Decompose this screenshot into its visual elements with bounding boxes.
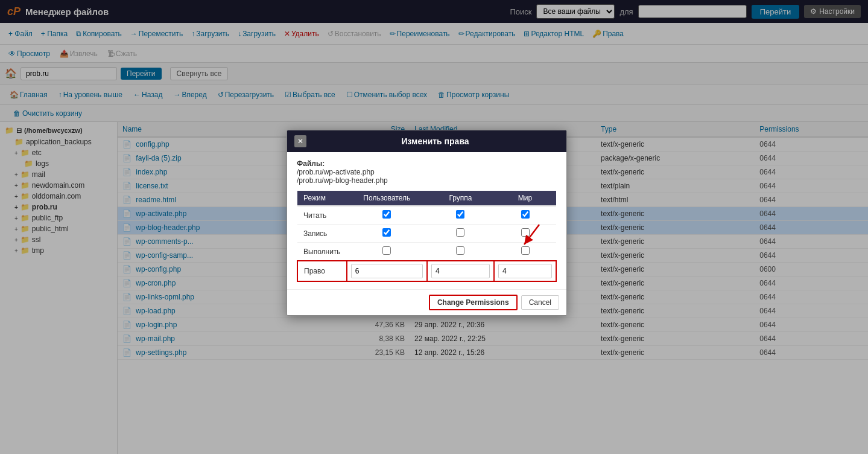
user-perm-input[interactable]	[351, 264, 423, 278]
write-row: Запись	[297, 225, 556, 243]
modal-close-button[interactable]: ✕	[294, 135, 306, 147]
user-execute-cell	[347, 243, 427, 261]
change-permissions-button[interactable]: Change Permissions	[429, 295, 518, 310]
user-write-cell	[347, 225, 427, 243]
modal-title: Изменить права	[311, 136, 559, 146]
group-execute-cell	[427, 243, 494, 261]
file2-path: /prob.ru/wp-blog-header.php	[297, 176, 388, 185]
world-write-cell	[494, 225, 556, 243]
modal-header: ✕ Изменить права	[287, 130, 566, 152]
col-group-header: Группа	[427, 191, 494, 206]
user-value-cell	[347, 261, 427, 281]
perm-label: Право	[297, 261, 347, 281]
group-write-cell	[427, 225, 494, 243]
user-read-cell	[347, 206, 427, 225]
col-mode-header: Режим	[297, 191, 347, 206]
cancel-button[interactable]: Cancel	[521, 295, 559, 310]
read-row: Читать	[297, 206, 556, 225]
modal-body: Файлы: /prob.ru/wp-activate.php /prob.ru…	[287, 152, 566, 289]
user-execute-checkbox[interactable]	[382, 246, 391, 255]
group-read-checkbox[interactable]	[456, 210, 464, 219]
col-world-header: Мир	[494, 191, 556, 206]
world-read-checkbox[interactable]	[521, 210, 530, 219]
group-value-cell	[427, 261, 494, 281]
user-read-checkbox[interactable]	[382, 210, 391, 219]
user-write-checkbox[interactable]	[382, 228, 391, 237]
group-read-cell	[427, 206, 494, 225]
permissions-modal: ✕ Изменить права Файлы: /prob.ru/wp-acti…	[287, 130, 567, 316]
file1-path: /prob.ru/wp-activate.php	[297, 168, 375, 176]
perm-value-row: Право	[297, 261, 556, 281]
modal-footer: Change Permissions Cancel	[287, 289, 566, 315]
permissions-table: Режим Пользователь Группа Мир	[297, 191, 557, 282]
world-execute-checkbox[interactable]	[521, 246, 530, 255]
execute-row: Выполнить	[297, 243, 556, 261]
read-label: Читать	[297, 206, 347, 225]
world-read-cell	[494, 206, 556, 225]
write-label: Запись	[297, 225, 347, 243]
world-perm-input[interactable]	[498, 264, 552, 278]
world-value-cell	[494, 261, 556, 281]
group-perm-input[interactable]	[431, 264, 490, 278]
world-execute-cell	[494, 243, 556, 261]
group-execute-checkbox[interactable]	[456, 246, 464, 255]
modal-files-info: Файлы: /prob.ru/wp-activate.php /prob.ru…	[297, 159, 557, 185]
files-label: Файлы:	[297, 159, 325, 168]
world-write-checkbox[interactable]	[521, 228, 530, 237]
execute-label: Выполнить	[297, 243, 347, 261]
group-write-checkbox[interactable]	[456, 228, 464, 237]
col-user-header: Пользователь	[347, 191, 427, 206]
